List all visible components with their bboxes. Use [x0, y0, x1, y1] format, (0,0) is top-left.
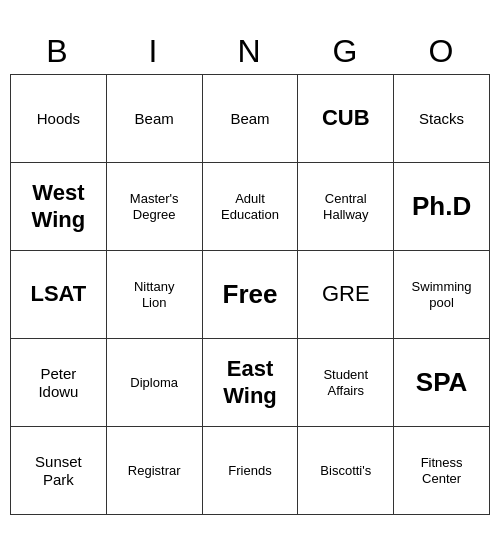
- cell-r1-c4: Ph.D: [394, 163, 490, 251]
- cell-r0-c0: Hoods: [11, 75, 107, 163]
- cell-text-r1-c1: Master'sDegree: [130, 191, 179, 222]
- cell-text-r0-c2: Beam: [230, 110, 269, 128]
- cell-text-r4-c1: Registrar: [128, 463, 181, 479]
- cell-r1-c0: WestWing: [11, 163, 107, 251]
- cell-text-r0-c3: CUB: [322, 105, 370, 131]
- bingo-card: BINGO HoodsBeamBeamCUBStacksWestWingMast…: [10, 29, 490, 515]
- cell-r2-c2: Free: [203, 251, 299, 339]
- header-letter-B: B: [10, 29, 106, 74]
- cell-r4-c0: SunsetPark: [11, 427, 107, 515]
- cell-r3-c0: PeterIdowu: [11, 339, 107, 427]
- cell-r3-c1: Diploma: [107, 339, 203, 427]
- cell-r3-c2: EastWing: [203, 339, 299, 427]
- cell-text-r1-c0: WestWing: [32, 180, 86, 233]
- cell-r1-c1: Master'sDegree: [107, 163, 203, 251]
- header-letter-I: I: [106, 29, 202, 74]
- cell-r2-c4: Swimmingpool: [394, 251, 490, 339]
- cell-r0-c3: CUB: [298, 75, 394, 163]
- bingo-grid: HoodsBeamBeamCUBStacksWestWingMaster'sDe…: [10, 74, 490, 515]
- cell-text-r3-c0: PeterIdowu: [38, 365, 78, 401]
- cell-text-r0-c1: Beam: [135, 110, 174, 128]
- cell-text-r3-c3: StudentAffairs: [323, 367, 368, 398]
- cell-r0-c4: Stacks: [394, 75, 490, 163]
- cell-text-r2-c3: GRE: [322, 281, 370, 307]
- cell-text-r1-c4: Ph.D: [412, 191, 471, 222]
- cell-r2-c0: LSAT: [11, 251, 107, 339]
- cell-r1-c2: AdultEducation: [203, 163, 299, 251]
- cell-text-r2-c0: LSAT: [30, 281, 86, 307]
- cell-r2-c1: NittanyLion: [107, 251, 203, 339]
- cell-text-r2-c1: NittanyLion: [134, 279, 174, 310]
- cell-r4-c4: FitnessCenter: [394, 427, 490, 515]
- cell-text-r4-c3: Biscotti's: [320, 463, 371, 479]
- cell-text-r3-c4: SPA: [416, 367, 468, 398]
- cell-text-r0-c4: Stacks: [419, 110, 464, 128]
- cell-r0-c2: Beam: [203, 75, 299, 163]
- cell-text-r1-c3: CentralHallway: [323, 191, 369, 222]
- cell-text-r2-c4: Swimmingpool: [412, 279, 472, 310]
- cell-r2-c3: GRE: [298, 251, 394, 339]
- cell-text-r4-c4: FitnessCenter: [421, 455, 463, 486]
- cell-text-r2-c2: Free: [223, 279, 278, 310]
- cell-text-r4-c0: SunsetPark: [35, 453, 82, 489]
- cell-text-r3-c2: EastWing: [223, 356, 277, 409]
- cell-r4-c3: Biscotti's: [298, 427, 394, 515]
- cell-r4-c1: Registrar: [107, 427, 203, 515]
- cell-text-r4-c2: Friends: [228, 463, 271, 479]
- header-letter-O: O: [394, 29, 490, 74]
- bingo-header: BINGO: [10, 29, 490, 74]
- cell-r0-c1: Beam: [107, 75, 203, 163]
- cell-text-r1-c2: AdultEducation: [221, 191, 279, 222]
- cell-text-r3-c1: Diploma: [130, 375, 178, 391]
- cell-r4-c2: Friends: [203, 427, 299, 515]
- cell-r3-c4: SPA: [394, 339, 490, 427]
- header-letter-N: N: [202, 29, 298, 74]
- cell-r1-c3: CentralHallway: [298, 163, 394, 251]
- cell-r3-c3: StudentAffairs: [298, 339, 394, 427]
- cell-text-r0-c0: Hoods: [37, 110, 80, 128]
- header-letter-G: G: [298, 29, 394, 74]
